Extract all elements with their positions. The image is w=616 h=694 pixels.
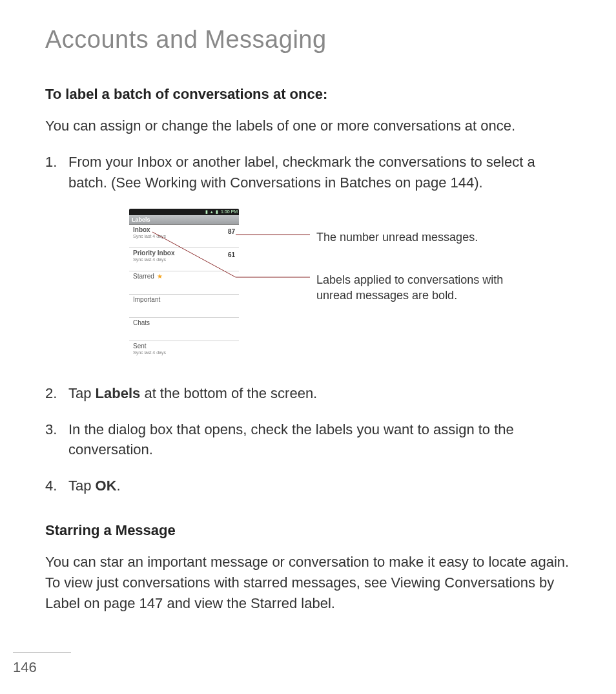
step-4-bold: OK bbox=[96, 478, 117, 494]
step-4-post: . bbox=[117, 478, 121, 494]
phone-label-row: InboxSync last 4 days87 bbox=[129, 225, 239, 248]
section-starring-heading: Starring a Message bbox=[45, 522, 571, 539]
phone-labels-list: InboxSync last 4 days87Priority InboxSyn… bbox=[129, 225, 239, 357]
step-4: Tap OK. bbox=[45, 476, 571, 496]
signal-icon: ▮ bbox=[205, 209, 208, 215]
phone-label-row: Starred★ bbox=[129, 271, 239, 295]
phone-label-row: SentSync last 4 days bbox=[129, 341, 239, 357]
step-2: Tap Labels at the bottom of the screen. bbox=[45, 383, 571, 404]
status-time: 1:00 PM bbox=[221, 209, 238, 214]
step-4-pre: Tap bbox=[68, 478, 96, 494]
intro-paragraph: You can assign or change the labels of o… bbox=[45, 116, 571, 136]
step-2-post: at the bottom of the screen. bbox=[140, 385, 317, 401]
steps-list: From your Inbox or another label, checkm… bbox=[45, 152, 571, 193]
phone-label-row: Priority InboxSync last 4 days61 bbox=[129, 248, 239, 271]
step-2-bold: Labels bbox=[96, 385, 141, 401]
page-number: 146 bbox=[13, 652, 71, 676]
page-title: Accounts and Messaging bbox=[45, 26, 571, 54]
section-starring-body: You can star an important message or con… bbox=[45, 552, 571, 614]
battery-icon: ▮ bbox=[216, 209, 218, 215]
wifi-icon: ▴ bbox=[210, 209, 213, 215]
annotation-bold-labels: Labels applied to conversations with unr… bbox=[316, 272, 536, 304]
document-page: Accounts and Messaging To label a batch … bbox=[0, 0, 616, 614]
illustration: ▮ ▴ ▮ 1:00 PM Labels InboxSync last 4 da… bbox=[129, 209, 581, 364]
phone-screenshot: ▮ ▴ ▮ 1:00 PM Labels InboxSync last 4 da… bbox=[129, 209, 239, 357]
phone-label-row: Important bbox=[129, 295, 239, 318]
step-1: From your Inbox or another label, checkm… bbox=[45, 152, 571, 193]
step-3: In the dialog box that opens, check the … bbox=[45, 419, 571, 461]
steps-list-cont: Tap Labels at the bottom of the screen. … bbox=[45, 383, 571, 497]
phone-label-row: Chats bbox=[129, 318, 239, 341]
sub-heading: To label a batch of conversations at onc… bbox=[45, 86, 571, 103]
step-2-pre: Tap bbox=[68, 385, 96, 401]
star-icon: ★ bbox=[157, 273, 163, 280]
phone-labels-header: Labels bbox=[129, 215, 239, 225]
phone-status-bar: ▮ ▴ ▮ 1:00 PM bbox=[129, 209, 239, 215]
annotation-unread-count: The number unread messages. bbox=[316, 229, 478, 245]
